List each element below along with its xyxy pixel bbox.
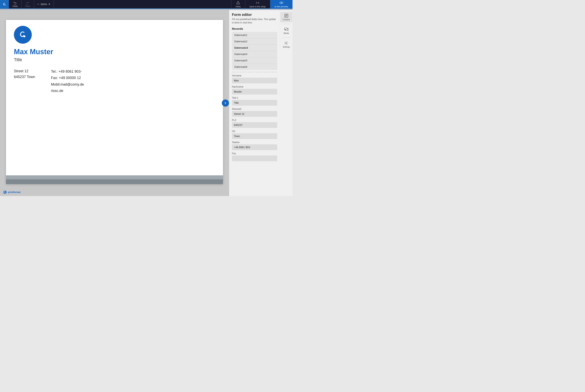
records-label: Records	[232, 27, 277, 30]
field-label-strasse: Strasse0	[232, 108, 277, 110]
field-label-vorname: Vorname	[232, 74, 277, 77]
field-label-plz: PLZ	[232, 119, 277, 122]
main-layout: Max Muster Title Street 12 645237 Town T…	[0, 10, 292, 196]
card-address-row: Street 12 645237 Town Tel.: +49 8061 903…	[14, 68, 215, 94]
side-icons: Content Media Settings	[280, 10, 292, 50]
field-titel: Titel 1	[232, 96, 277, 106]
record-item-1[interactable]: Datensatz1	[232, 32, 277, 38]
field-label-ort: Ort	[232, 130, 277, 133]
field-plz: PLZ	[232, 119, 277, 128]
canvas-area: Max Muster Title Street 12 645237 Town T…	[0, 10, 229, 196]
right-panel: Form editor Fill out predefined fields h…	[229, 10, 292, 196]
record-item-2[interactable]: Datensatz2	[232, 38, 277, 45]
settings-button[interactable]: Settings	[282, 39, 290, 50]
toolbar: Undo Redo − 360% + Hints	[0, 0, 292, 9]
field-input-plz[interactable]	[232, 122, 277, 128]
side-sep-2	[282, 38, 290, 38]
card-logo	[14, 26, 32, 44]
zoom-out-button[interactable]: −	[37, 2, 40, 6]
field-ort: Ort	[232, 130, 277, 139]
record-item-6[interactable]: Datensatz6	[232, 64, 277, 70]
svg-point-11	[5, 192, 6, 194]
svg-point-17	[285, 30, 286, 30]
nav-next-button[interactable]	[222, 100, 229, 107]
field-label-fax: Fax	[232, 152, 277, 155]
hints-button[interactable]: Hints	[231, 0, 245, 8]
svg-point-9	[24, 35, 26, 37]
printformer-label: printformer	[8, 191, 21, 194]
field-nachname: Nachname	[232, 86, 277, 94]
field-input-strasse[interactable]	[232, 111, 277, 117]
field-input-titel[interactable]	[232, 100, 277, 106]
record-item-5[interactable]: Datensatz5	[232, 58, 277, 64]
svg-point-10	[4, 191, 6, 194]
card-address: Street 12 645237 Town	[14, 68, 35, 94]
undo-button[interactable]: Undo	[9, 0, 21, 8]
back-to-shop-button[interactable]: back to the shop	[245, 0, 270, 8]
field-vorname: Vorname	[232, 74, 277, 84]
content-tab[interactable]: Content	[280, 12, 292, 22]
toolbar-right: Hints back to the shop to the preview	[231, 0, 292, 8]
media-label: Media	[284, 32, 289, 34]
card-footer-bars	[6, 175, 223, 184]
redo-button[interactable]: Redo	[22, 0, 34, 8]
svg-point-1	[5, 4, 6, 5]
panel-subtitle: Fill out predefined fields here. The upd…	[232, 18, 277, 24]
footer-bar-2	[6, 179, 223, 184]
card-body: Max Muster Title Street 12 645237 Town T…	[6, 20, 223, 184]
field-label-telefon: Telefon	[232, 141, 277, 144]
card-mobile: Mobil:mail@comy.de	[51, 81, 84, 88]
content-label: Content	[283, 18, 290, 21]
zoom-in-button[interactable]: +	[48, 2, 50, 6]
svg-point-0	[2, 2, 7, 6]
field-label-nachname: Nachname	[232, 86, 277, 88]
panel-title: Form editor	[232, 13, 277, 17]
svg-point-8	[281, 2, 282, 3]
field-label-titel: Titel 1	[232, 96, 277, 99]
record-item-4[interactable]: Datensatz4	[232, 51, 277, 58]
side-sep-1	[282, 24, 290, 24]
field-strasse: Strasse0	[232, 108, 277, 117]
record-item-3[interactable]: Datensatz3	[232, 45, 277, 51]
field-input-nachname[interactable]	[232, 89, 277, 94]
toolbar-sep-4	[54, 0, 54, 8]
card-city: 645237 Town	[14, 74, 35, 80]
field-input-telefon[interactable]	[232, 144, 277, 150]
field-input-ort[interactable]	[232, 133, 277, 139]
field-input-fax[interactable]	[232, 156, 277, 161]
panel-content: Form editor Fill out predefined fields h…	[229, 10, 280, 196]
card-contact: Tel.: +49 8061 903- Fax: +49 00000 12 Mo…	[51, 68, 84, 94]
card-website: rissc.de	[51, 88, 84, 94]
zoom-control: − 360% +	[34, 2, 54, 6]
card-street: Street 12	[14, 68, 35, 74]
field-fax: Fax	[232, 152, 277, 161]
card-fax: Fax: +49 00000 12	[51, 75, 84, 81]
business-card: Max Muster Title Street 12 645237 Town T…	[6, 20, 223, 184]
card-name: Max Muster	[14, 48, 215, 56]
media-tab[interactable]: Media	[280, 26, 292, 36]
svg-point-18	[286, 42, 287, 44]
card-title: Title	[14, 57, 215, 62]
field-telefon: Telefon	[232, 141, 277, 150]
to-preview-button[interactable]: to the preview	[270, 0, 292, 8]
app-logo[interactable]	[0, 0, 9, 8]
record-list: Datensatz1 Datensatz2 Datensatz3 Datensa…	[232, 32, 277, 70]
footer-bar-1	[6, 175, 223, 179]
settings-label: Settings	[282, 46, 290, 48]
divider	[232, 72, 277, 72]
field-input-vorname[interactable]	[232, 78, 277, 84]
printformer-logo: printformer	[3, 190, 21, 194]
card-tel: Tel.: +49 8061 903-	[51, 68, 84, 75]
